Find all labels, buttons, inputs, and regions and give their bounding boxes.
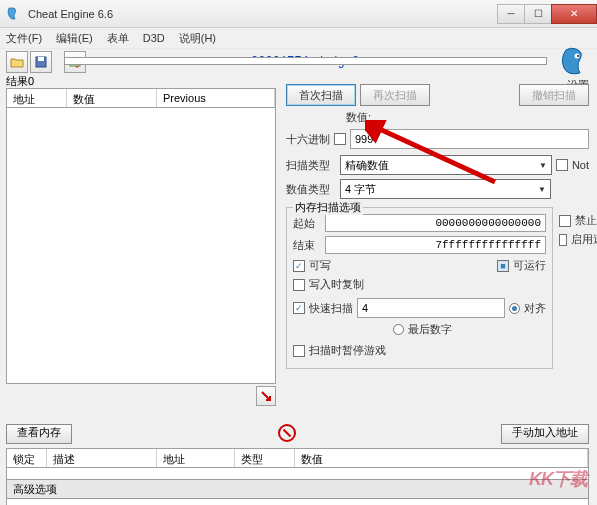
watermark: KK下载	[529, 467, 587, 491]
align-radio[interactable]	[509, 303, 520, 314]
memory-legend: 内存扫描选项	[293, 200, 363, 215]
cow-checkbox[interactable]	[293, 279, 305, 291]
col-address[interactable]: 地址	[7, 89, 67, 107]
stop-icon[interactable]	[278, 424, 296, 442]
col-desc[interactable]: 描述	[47, 449, 157, 467]
results-count: 结果0	[6, 74, 34, 89]
executable-checkbox[interactable]: ■	[497, 260, 509, 272]
not-checkbox[interactable]	[556, 159, 568, 171]
view-memory-button[interactable]: 查看内存	[6, 424, 72, 444]
col-val[interactable]: 数值	[295, 449, 588, 467]
no-random-checkbox[interactable]	[559, 215, 571, 227]
svg-rect-1	[38, 57, 44, 61]
last-digit-radio[interactable]	[393, 324, 404, 335]
maximize-button[interactable]: ☐	[524, 4, 552, 24]
add-to-list-button[interactable]	[256, 386, 276, 406]
address-grid-header: 锁定 描述 地址 类型 数值	[6, 448, 589, 468]
menubar: 文件(F) 编辑(E) 表单 D3D 说明(H)	[0, 28, 597, 48]
open-file-button[interactable]	[6, 51, 28, 73]
results-list[interactable]	[6, 108, 276, 384]
value-type-label: 数值类型	[286, 182, 336, 197]
window-title: Cheat Engine 6.6	[28, 8, 498, 20]
col-value[interactable]: 数值	[67, 89, 157, 107]
menu-help[interactable]: 说明(H)	[179, 31, 216, 46]
progress-bar	[64, 57, 547, 65]
value-type-select[interactable]: 4 字节▼	[340, 179, 551, 199]
fast-scan-label: 快速扫描	[309, 301, 353, 316]
col-previous[interactable]: Previous	[157, 89, 275, 107]
svg-point-5	[577, 55, 579, 57]
pause-label: 扫描时暂停游戏	[309, 343, 386, 358]
start-label: 起始	[293, 216, 321, 231]
menu-edit[interactable]: 编辑(E)	[56, 31, 93, 46]
col-type[interactable]: 类型	[235, 449, 295, 467]
results-header: 地址 数值 Previous	[6, 88, 276, 108]
fast-scan-checkbox[interactable]: ✓	[293, 302, 305, 314]
speedhack-checkbox[interactable]	[559, 234, 567, 246]
writable-checkbox[interactable]: ✓	[293, 260, 305, 272]
writable-label: 可写	[309, 258, 331, 273]
executable-label: 可运行	[513, 258, 546, 273]
end-label: 结束	[293, 238, 321, 253]
close-button[interactable]: ✕	[551, 4, 597, 24]
cow-label: 写入时复制	[309, 277, 364, 292]
no-random-label: 禁止随机	[575, 213, 597, 228]
app-icon	[6, 6, 22, 22]
advanced-options[interactable]: 高级选项	[6, 479, 589, 499]
first-scan-button[interactable]: 首次扫描	[286, 84, 356, 106]
results-panel: 地址 数值 Previous	[6, 88, 276, 406]
menu-file[interactable]: 文件(F)	[6, 31, 42, 46]
menu-d3d[interactable]: D3D	[143, 32, 165, 44]
not-label: Not	[572, 159, 589, 171]
pause-checkbox[interactable]	[293, 345, 305, 357]
minimize-button[interactable]: ─	[497, 4, 525, 24]
menu-table[interactable]: 表单	[107, 31, 129, 46]
col-addr[interactable]: 地址	[157, 449, 235, 467]
memory-scan-fieldset: 内存扫描选项 起始 结束 ✓ 可写 ■ 可运行	[286, 207, 553, 369]
fast-scan-value[interactable]	[357, 298, 505, 318]
speedhack-label: 启用速度修改	[571, 232, 597, 247]
end-input[interactable]	[325, 236, 546, 254]
start-input[interactable]	[325, 214, 546, 232]
titlebar: Cheat Engine 6.6 ─ ☐ ✕	[0, 0, 597, 28]
col-lock[interactable]: 锁定	[7, 449, 47, 467]
undo-scan-button[interactable]: 撤销扫描	[519, 84, 589, 106]
value-label: 数值:	[346, 110, 371, 125]
hex-checkbox[interactable]	[334, 133, 346, 145]
save-button[interactable]	[30, 51, 52, 73]
align-label: 对齐	[524, 301, 546, 316]
value-input[interactable]	[350, 129, 589, 149]
add-address-button[interactable]: 手动加入地址	[501, 424, 589, 444]
last-digit-label: 最后数字	[408, 322, 452, 337]
scan-type-label: 扫描类型	[286, 158, 336, 173]
hex-label: 十六进制	[286, 132, 330, 147]
next-scan-button[interactable]: 再次扫描	[360, 84, 430, 106]
scan-type-select[interactable]: 精确数值▼	[340, 155, 552, 175]
scan-panel: 首次扫描 再次扫描 撤销扫描 数值: 十六进制 扫描类型 精确数值▼ Not 数…	[286, 84, 589, 369]
